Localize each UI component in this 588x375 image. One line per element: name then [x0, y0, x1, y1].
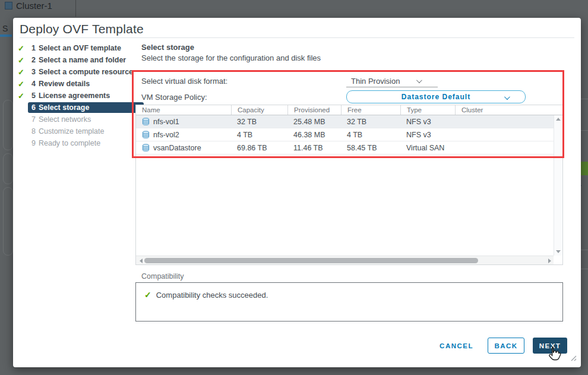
background-tab-indicator [0, 34, 12, 37]
column-header-provisioned[interactable]: Provisioned [287, 105, 341, 115]
success-check-icon: ✓ [144, 290, 151, 300]
cell-provisioned: 46.38 MB [287, 131, 341, 139]
column-header-cluster[interactable]: Cluster [455, 105, 562, 115]
step-number: 1 [31, 44, 36, 52]
wizard-step-1[interactable]: ✓ 1Select an OVF template [18, 42, 144, 54]
step-label: Customize template [39, 127, 104, 135]
page-title: Select storage [141, 43, 194, 52]
cancel-button[interactable]: CANCEL [440, 342, 473, 349]
cell-provisioned: 25.48 MB [287, 118, 341, 126]
compatibility-message: Compatibility checks succeeded. [156, 291, 268, 300]
cell-type: NFS v3 [400, 118, 455, 126]
step-label: Select storage [39, 103, 89, 112]
storage-policy-label: VM Storage Policy: [141, 93, 207, 102]
step-label: Ready to complete [39, 139, 100, 147]
scroll-down-icon[interactable] [556, 250, 561, 253]
cell-capacity: 69.86 TB [231, 144, 287, 152]
check-icon: ✓ [18, 92, 28, 100]
background-card [3, 153, 13, 184]
datastore-icon [142, 144, 150, 152]
column-header-capacity[interactable]: Capacity [231, 105, 287, 115]
screen: Cluster-1 S 2. Deploy OVF Template ✓ 1Se… [0, 0, 588, 375]
check-icon: ✓ [18, 68, 28, 77]
table-header: Name Capacity Provisioned Free Type Clus… [136, 105, 562, 115]
wizard-step-6-current[interactable]: 6Select storage [18, 102, 144, 114]
wizard-step-7[interactable]: 7Select networks [18, 114, 144, 125]
disk-format-label: Select virtual disk format: [141, 77, 227, 86]
check-icon: ✓ [18, 80, 28, 89]
title-divider [20, 37, 574, 38]
datastore-icon [142, 131, 150, 138]
step-label: Select networks [39, 115, 91, 124]
wizard-steps: ✓ 1Select an OVF template ✓ 2Select a na… [18, 42, 144, 149]
background-tab-letter: S [2, 24, 8, 33]
wizard-step-5[interactable]: ✓ 5License agreements [18, 90, 144, 102]
background-card [3, 187, 13, 256]
cluster-label: Cluster-1 [16, 1, 52, 11]
cell-free: 32 TB [341, 118, 400, 126]
horizontal-scrollbar[interactable] [136, 256, 554, 264]
chevron-down-icon [416, 77, 422, 83]
datastore-name: nfs-vol2 [153, 131, 179, 139]
datastore-icon [142, 118, 150, 125]
wizard-step-8[interactable]: 8Customize template [18, 125, 144, 137]
step-number: 9 [31, 139, 36, 147]
table-row-vsanDatastore[interactable]: vsanDatastore 69.86 TB 11.46 TB 58.45 TB… [136, 141, 554, 155]
scrollbar-thumb[interactable] [144, 258, 478, 263]
step-label: Review details [39, 80, 90, 88]
cell-capacity: 32 TB [231, 118, 287, 126]
table-row-nfs-vol1[interactable]: nfs-vol1 32 TB 25.48 MB 32 TB NFS v3 [136, 115, 554, 128]
background-card [3, 100, 13, 150]
column-header-type[interactable]: Type [400, 105, 455, 115]
scroll-right-icon[interactable] [548, 259, 551, 263]
cluster-icon [5, 2, 12, 10]
wizard-step-3[interactable]: ✓ 3Select a compute resource [18, 66, 144, 78]
step-label: Select a name and folder [39, 56, 126, 64]
page-subtitle: Select the storage for the configuration… [141, 53, 321, 62]
next-button[interactable]: NEXT [533, 338, 567, 354]
resize-handle[interactable] [570, 353, 577, 364]
cell-free: 58.45 TB [341, 144, 400, 152]
storage-policy-value: Datastore Default [402, 93, 470, 101]
cell-provisioned: 11.46 TB [287, 144, 341, 152]
datastore-name: vsanDatastore [153, 144, 201, 152]
scroll-left-icon[interactable] [140, 259, 143, 263]
dialog-footer: CANCEL BACK NEXT [440, 338, 567, 354]
disk-format-value: Thin Provision [346, 77, 400, 86]
background-divider [75, 0, 76, 17]
wizard-step-9[interactable]: 9Ready to complete [18, 137, 144, 149]
storage-policy-select[interactable]: Datastore Default [346, 90, 526, 103]
step-label: Select a compute resource [39, 68, 133, 76]
dialog-title: Deploy OVF Template [20, 22, 144, 36]
deploy-ovf-dialog: Deploy OVF Template ✓ 1Select an OVF tem… [13, 18, 581, 367]
step-number: 5 [31, 92, 36, 100]
wizard-step-2[interactable]: ✓ 2Select a name and folder [18, 54, 144, 66]
datastore-table: Name Capacity Provisioned Free Type Clus… [135, 105, 563, 265]
step-label: License agreements [39, 92, 110, 100]
cell-type: Virtual SAN [400, 144, 455, 152]
step-number: 8 [31, 127, 36, 135]
column-header-free[interactable]: Free [341, 105, 400, 115]
cell-type: NFS v3 [400, 131, 455, 139]
vertical-scrollbar[interactable] [554, 115, 562, 256]
column-header-name[interactable]: Name [136, 105, 231, 115]
cell-capacity: 4 TB [231, 131, 287, 139]
step-number: 3 [31, 68, 36, 76]
table-row-nfs-vol2[interactable]: nfs-vol2 4 TB 46.38 MB 4 TB NFS v3 [136, 128, 554, 141]
step-number: 7 [31, 115, 36, 124]
background-cluster-breadcrumb: Cluster-1 [5, 1, 52, 11]
compatibility-box: ✓ Compatibility checks succeeded. [135, 282, 563, 322]
chevron-down-icon [504, 94, 510, 100]
step-number: 4 [31, 80, 36, 88]
datastore-name: nfs-vol1 [153, 118, 179, 126]
table-body: nfs-vol1 32 TB 25.48 MB 32 TB NFS v3 nfs… [136, 115, 554, 256]
cell-free: 4 TB [341, 131, 400, 139]
back-button[interactable]: BACK [488, 338, 524, 354]
step-number: 6 [31, 103, 36, 112]
disk-format-select[interactable]: Thin Provision [346, 75, 438, 87]
check-icon: ✓ [18, 56, 28, 65]
step-label: Select an OVF template [39, 44, 121, 52]
compatibility-label: Compatibility [141, 272, 184, 281]
scroll-up-icon[interactable] [556, 118, 561, 121]
wizard-step-4[interactable]: ✓ 4Review details [18, 78, 144, 90]
